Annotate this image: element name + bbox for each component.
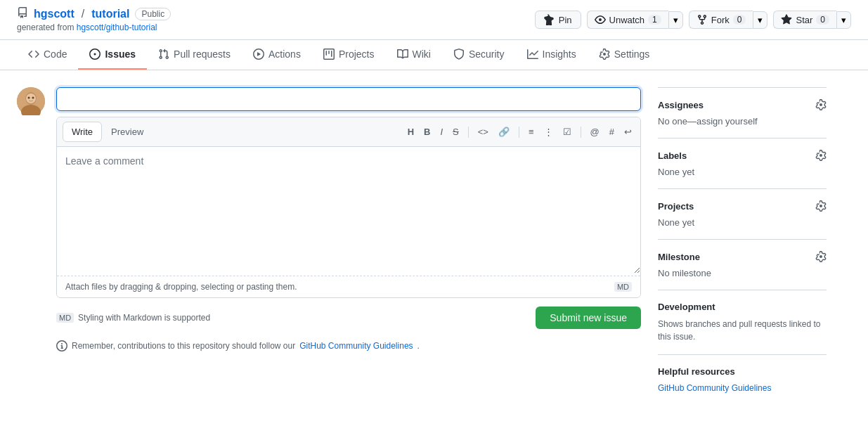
ordered-list-icon[interactable]: ⋮ (541, 125, 556, 138)
star-icon (781, 14, 792, 25)
unwatch-label: Unwatch (609, 15, 645, 25)
italic-icon[interactable]: I (437, 125, 446, 138)
submit-new-issue-button[interactable]: Submit new issue (536, 307, 641, 329)
sidebar-labels-header: Labels (658, 150, 827, 161)
sidebar-assignees-value: No one—assign yourself (658, 116, 758, 127)
pin-label: Pin (559, 15, 572, 25)
repo-icon (17, 7, 28, 21)
tab-issues-label: Issues (105, 49, 136, 60)
tab-actions[interactable]: Actions (242, 40, 312, 70)
sidebar-labels-value: None yet (658, 167, 694, 177)
unordered-list-icon[interactable]: ≡ (526, 125, 537, 138)
toolbar-icons: H B I S <> 🔗 ≡ ⋮ ☑ @ # ↩ (405, 125, 635, 138)
svg-point-3 (26, 93, 36, 103)
guidelines-period: . (417, 341, 420, 351)
heading-icon[interactable]: H (405, 125, 417, 138)
sidebar-milestone-value: No milestone (658, 268, 711, 278)
md-icon: MD (614, 282, 632, 292)
star-button[interactable]: Star 0 (773, 11, 836, 29)
attach-text: Attach files by dragging & dropping, sel… (65, 282, 297, 292)
tab-issues[interactable]: Issues (78, 40, 147, 70)
write-tab[interactable]: Write (63, 122, 102, 142)
sidebar-helpful-resources-header: Helpful resources (658, 366, 827, 377)
milestone-gear-icon[interactable] (815, 251, 827, 262)
sidebar: Assignees No one—assign yourself Labels … (658, 87, 827, 404)
pin-icon (544, 14, 555, 25)
task-list-icon[interactable]: ☑ (560, 125, 574, 138)
star-btn-group: Star 0 ▾ (773, 11, 851, 29)
tab-pull-requests-label: Pull requests (174, 49, 231, 60)
tab-actions-label: Actions (268, 49, 301, 60)
repo-owner[interactable]: hgscott (34, 8, 75, 20)
markdown-note-text: Styling with Markdown is supported (78, 313, 210, 323)
tab-code[interactable]: Code (17, 40, 78, 70)
comment-textarea[interactable] (57, 147, 640, 273)
attach-area: Attach files by dragging & dropping, sel… (57, 276, 640, 297)
guidelines-link[interactable]: GitHub Community Guidelines (299, 341, 413, 351)
bold-icon[interactable]: B (421, 125, 433, 138)
assignees-gear-icon[interactable] (815, 99, 827, 110)
undo-icon[interactable]: ↩ (621, 125, 635, 138)
sidebar-milestone-section: Milestone No milestone (658, 240, 827, 290)
tab-security-label: Security (469, 49, 505, 60)
toolbar-divider-3 (581, 127, 581, 138)
toolbar-divider-1 (468, 127, 469, 138)
eye-icon (595, 14, 606, 25)
fork-button[interactable]: Fork 0 (689, 11, 753, 29)
submit-btn-wrapper: Submit new issue (536, 307, 641, 329)
star-arrow-button[interactable]: ▾ (836, 11, 851, 29)
helpful-resources-link[interactable]: GitHub Community Guidelines (658, 383, 771, 393)
labels-gear-icon[interactable] (815, 150, 827, 161)
actions-icon (253, 49, 264, 60)
star-label: Star (796, 15, 812, 25)
tab-settings[interactable]: Settings (588, 40, 661, 70)
sidebar-projects-label: Projects (658, 201, 694, 212)
pr-icon (158, 49, 169, 60)
insights-icon (527, 49, 538, 60)
code-inline-icon[interactable]: <> (475, 125, 491, 138)
info-icon (56, 340, 67, 352)
preview-tab[interactable]: Preview (102, 122, 153, 142)
tab-code-label: Code (44, 49, 67, 60)
tab-projects-label: Projects (339, 49, 375, 60)
main-content: Write function that says hello to a give… (0, 70, 843, 421)
svg-point-5 (32, 97, 34, 99)
sidebar-assignees-header: Assignees (658, 99, 827, 110)
guidelines-note: Remember, contributions to this reposito… (56, 340, 641, 352)
repo-title-group: hgscott / tutorial Public generated from… (17, 7, 171, 32)
unwatch-arrow-button[interactable]: ▾ (668, 11, 683, 29)
mention-icon[interactable]: @ (588, 125, 602, 138)
repo-title: hgscott / tutorial Public (17, 7, 171, 21)
generated-from-link[interactable]: hgscott/github-tutorial (77, 22, 157, 32)
sidebar-development-header: Development (658, 302, 827, 312)
tab-insights[interactable]: Insights (516, 40, 588, 70)
tab-security[interactable]: Security (442, 40, 516, 70)
projects-gear-icon[interactable] (815, 200, 827, 212)
strikethrough-icon[interactable]: S (450, 125, 462, 138)
link-icon[interactable]: 🔗 (495, 125, 512, 138)
unwatch-count: 1 (648, 15, 661, 25)
generated-from: generated from hgscott/github-tutorial (17, 22, 171, 32)
issue-form-area: Write function that says hello to a give… (17, 87, 641, 404)
tab-projects[interactable]: Projects (312, 40, 386, 70)
top-bar: hgscott / tutorial Public generated from… (0, 0, 868, 40)
fork-btn-group: Fork 0 ▾ (689, 11, 768, 29)
sidebar-labels-label: Labels (658, 150, 687, 161)
reference-icon[interactable]: # (607, 125, 617, 138)
repo-name[interactable]: tutorial (91, 8, 129, 20)
guidelines-text: Remember, contributions to this reposito… (72, 341, 295, 351)
unwatch-button[interactable]: Unwatch 1 (587, 11, 668, 29)
issue-title-input[interactable]: Write function that says hello to a give… (56, 87, 641, 111)
editor-toolbar: Write Preview H B I S <> 🔗 ≡ ⋮ (57, 117, 640, 147)
editor-box: Write Preview H B I S <> 🔗 ≡ ⋮ (56, 117, 641, 298)
fork-label: Fork (711, 15, 730, 25)
tab-pull-requests[interactable]: Pull requests (147, 40, 242, 70)
form-area: Write function that says hello to a give… (56, 87, 641, 404)
avatar (17, 87, 45, 115)
fork-arrow-button[interactable]: ▾ (753, 11, 767, 29)
code-icon (28, 49, 39, 60)
tab-wiki[interactable]: Wiki (386, 40, 442, 70)
star-count: 0 (816, 15, 829, 25)
svg-point-4 (28, 97, 30, 99)
pin-button[interactable]: Pin (535, 11, 581, 29)
